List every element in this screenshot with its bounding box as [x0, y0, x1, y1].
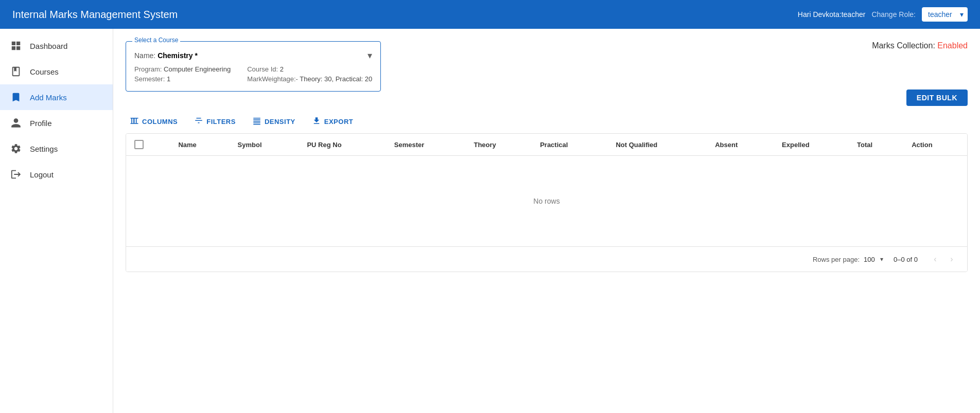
- svg-rect-2: [136, 118, 137, 123]
- toolbar-row: COLUMNS FILTERS DENSITY: [126, 114, 968, 129]
- columns-icon: [130, 116, 139, 127]
- col-expelled: Expelled: [774, 134, 849, 156]
- table-footer: Rows per page: 10 25 50 100 0–0 of 0 ‹ ›: [126, 246, 967, 272]
- book-icon: [10, 66, 22, 77]
- person-icon: [10, 117, 22, 129]
- sidebar-item-profile[interactable]: Profile: [0, 110, 113, 136]
- sidebar-label-add-marks: Add Marks: [30, 93, 67, 102]
- rows-per-page-select[interactable]: 10 25 50 100: [864, 256, 883, 263]
- pagination-prev-button[interactable]: ‹: [928, 252, 942, 266]
- course-name-label: Name:: [134, 51, 155, 60]
- app-title: Internal Marks Management System: [12, 9, 798, 21]
- filters-label: FILTERS: [206, 118, 236, 125]
- program-row: Program: Computer Engineering: [134, 65, 231, 73]
- grid-icon: [10, 40, 22, 51]
- course-name-row: Name: Chemistry * ▾: [134, 50, 372, 61]
- svg-rect-1: [134, 118, 135, 123]
- course-id-label: Course Id:: [247, 65, 278, 73]
- course-id-value: 2: [280, 65, 284, 73]
- table-header-checkbox: [126, 134, 170, 156]
- header-right: Hari Devkota:teacher Change Role: teache…: [798, 7, 968, 22]
- col-semester: Semester: [386, 134, 466, 156]
- toolbar-left: COLUMNS FILTERS DENSITY: [126, 114, 357, 129]
- course-selector-box: Select a Course Name: Chemistry * ▾ Prog…: [126, 41, 381, 92]
- course-name-value: Chemistry *: [157, 51, 198, 60]
- columns-label: COLUMNS: [142, 118, 178, 125]
- course-name: Name: Chemistry *: [134, 51, 198, 60]
- main-content: Select a Course Name: Chemistry * ▾ Prog…: [113, 29, 980, 413]
- sidebar-item-logout[interactable]: Logout: [0, 161, 113, 187]
- sidebar-label-dashboard: Dashboard: [30, 42, 67, 50]
- density-label: DENSITY: [265, 118, 295, 125]
- gear-icon: [10, 143, 22, 154]
- sidebar-label-courses: Courses: [30, 67, 59, 76]
- svg-rect-0: [131, 118, 132, 123]
- col-symbol: Symbol: [230, 134, 299, 156]
- header-username: Hari Devkota:teacher: [798, 10, 866, 19]
- bookmark-icon: [10, 92, 22, 103]
- col-pu-reg-no: PU Reg No: [299, 134, 386, 156]
- sidebar-label-profile: Profile: [30, 119, 52, 128]
- right-panel: Marks Collection: Enabled EDIT BULK: [872, 41, 968, 106]
- col-not-qualified: Not Qualified: [607, 134, 707, 156]
- course-id-row: Course Id: 2: [247, 65, 372, 73]
- pagination-next-button[interactable]: ›: [944, 252, 959, 266]
- data-table-container: Name Symbol PU Reg No Semester Theory Pr…: [126, 133, 968, 272]
- sidebar: Dashboard Courses Add Marks Profile Sett…: [0, 29, 113, 413]
- logout-icon: [10, 169, 22, 180]
- program-value: Computer Engineering: [164, 65, 231, 73]
- col-action: Action: [903, 134, 967, 156]
- course-details: Program: Computer Engineering Semester: …: [134, 65, 372, 83]
- course-dropdown-arrow[interactable]: ▾: [367, 50, 372, 61]
- columns-button[interactable]: COLUMNS: [126, 114, 182, 129]
- marks-collection-label: Marks Collection:: [872, 41, 935, 50]
- role-dropdown[interactable]: teacher admin student: [922, 7, 968, 22]
- export-button[interactable]: EXPORT: [308, 114, 357, 129]
- sidebar-label-settings: Settings: [30, 145, 58, 153]
- semester-value: 1: [167, 75, 170, 83]
- change-role-label: Change Role:: [871, 10, 916, 19]
- course-details-col-right: Course Id: 2 MarkWeightage:- Theory: 30,…: [247, 65, 372, 83]
- col-theory: Theory: [465, 134, 532, 156]
- course-selector-label: Select a Course: [132, 37, 180, 44]
- col-practical: Practical: [532, 134, 607, 156]
- course-details-col-left: Program: Computer Engineering Semester: …: [134, 65, 231, 83]
- empty-row: No rows: [126, 156, 967, 247]
- semester-label: Semester:: [134, 75, 165, 83]
- export-icon: [312, 116, 321, 127]
- role-dropdown-wrapper[interactable]: teacher admin student: [922, 7, 968, 22]
- mark-weightage-label: MarkWeightage:-: [247, 75, 298, 83]
- sidebar-item-courses[interactable]: Courses: [0, 59, 113, 84]
- density-button[interactable]: DENSITY: [248, 114, 300, 129]
- select-all-checkbox[interactable]: [134, 140, 144, 149]
- rows-per-page-label: Rows per page:: [813, 256, 860, 263]
- rows-per-page-control: Rows per page: 10 25 50 100: [813, 256, 883, 263]
- col-absent: Absent: [707, 134, 774, 156]
- rows-per-page-select-wrapper[interactable]: 10 25 50 100: [864, 256, 883, 263]
- mark-weightage-value: Theory: 30, Practical: 20: [300, 75, 372, 83]
- sidebar-item-settings[interactable]: Settings: [0, 136, 113, 161]
- pagination-buttons: ‹ ›: [928, 252, 959, 266]
- table-body: No rows: [126, 156, 967, 247]
- edit-bulk-button[interactable]: EDIT BULK: [906, 89, 968, 106]
- data-table: Name Symbol PU Reg No Semester Theory Pr…: [126, 134, 967, 246]
- filters-button[interactable]: FILTERS: [190, 114, 240, 129]
- mark-weightage-row: MarkWeightage:- Theory: 30, Practical: 2…: [247, 75, 372, 83]
- table-header: Name Symbol PU Reg No Semester Theory Pr…: [126, 134, 967, 156]
- filters-icon: [194, 116, 203, 127]
- program-label: Program:: [134, 65, 162, 73]
- no-rows-message: No rows: [126, 156, 967, 247]
- app-header: Internal Marks Management System Hari De…: [0, 0, 980, 29]
- col-name: Name: [170, 134, 229, 156]
- marks-collection: Marks Collection: Enabled: [872, 41, 968, 50]
- sidebar-item-dashboard[interactable]: Dashboard: [0, 33, 113, 59]
- col-total: Total: [849, 134, 903, 156]
- pagination-range: 0–0 of 0: [894, 256, 918, 263]
- sidebar-item-add-marks[interactable]: Add Marks: [0, 84, 113, 110]
- marks-collection-status: Enabled: [937, 41, 968, 50]
- sidebar-label-logout: Logout: [30, 170, 54, 179]
- density-icon: [252, 116, 261, 127]
- top-content-row: Select a Course Name: Chemistry * ▾ Prog…: [126, 41, 968, 106]
- main-layout: Dashboard Courses Add Marks Profile Sett…: [0, 29, 980, 413]
- export-label: EXPORT: [324, 118, 353, 125]
